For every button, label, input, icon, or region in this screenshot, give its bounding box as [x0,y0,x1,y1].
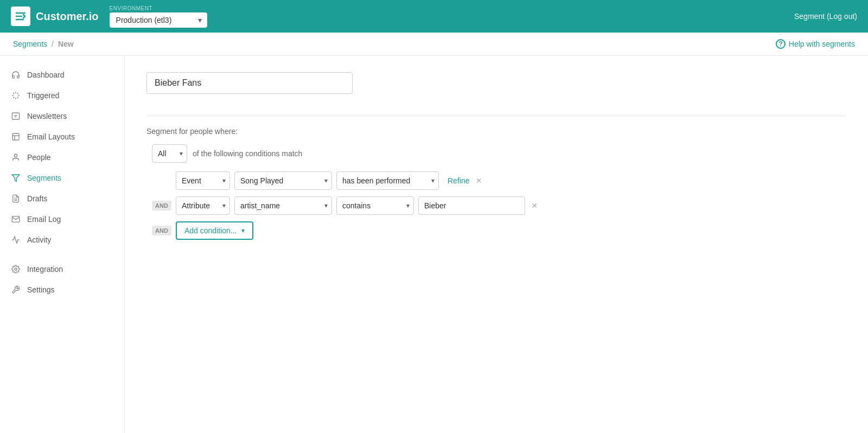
segment-desc: Segment for people where: [146,127,846,136]
main-content: Segment for people where: All Any of the… [125,56,868,433]
breadcrumb-parent[interactable]: Segments [13,40,47,48]
match-suffix-label: of the following conditions match [193,149,302,158]
cond2-attr-name-select[interactable]: artist_name [234,196,332,215]
sidebar-item-drafts[interactable]: Drafts [0,188,124,209]
logout-link[interactable]: Segment (Log out) [794,12,857,21]
divider [146,116,846,116]
env-wrapper: Production (etl3) Staging Development [110,12,207,28]
sidebar-item-dashboard[interactable]: Dashboard [0,65,124,85]
sidebar-label-dashboard: Dashboard [27,71,65,79]
layout-icon [11,132,21,142]
segment-name-input[interactable] [146,72,353,94]
and-badge-add: AND [152,226,171,235]
activity-icon [11,235,21,245]
sidebar-label-email-log: Email Log [27,215,61,224]
svg-point-18 [15,268,17,270]
sidebar-item-integration[interactable]: Integration [0,259,124,279]
sidebar-label-triggered: Triggered [27,91,59,100]
logo-text: Customer.io [36,10,99,23]
condition-row-1: Event Attribute Segment Song Played has … [152,171,846,190]
cond1-event-name-select[interactable]: Song Played [234,171,332,190]
svg-line-2 [13,93,14,94]
sidebar-item-settings[interactable]: Settings [0,279,124,300]
breadcrumb-current: New [58,40,74,48]
svg-line-7 [17,93,18,94]
cond1-operator-select[interactable]: has been performed has not been performe… [336,171,439,190]
sidebar: Dashboard Triggered Newsletters [0,56,125,433]
svg-marker-15 [12,175,19,181]
match-row: All Any of the following conditions matc… [152,144,846,163]
sidebar-label-settings: Settings [27,285,55,294]
draft-icon [11,194,21,203]
cond2-type-wrapper: Attribute Event Segment [176,196,230,215]
email-icon [11,214,21,224]
sidebar-item-email-layouts[interactable]: Email Layouts [0,126,124,147]
env-selector: ENVIRONMENT Production (etl3) Staging De… [110,5,207,28]
condition-row-2: AND Attribute Event Segment artist_name [152,196,846,215]
cond1-refine-link[interactable]: Refine [448,176,469,185]
conditions-block: All Any of the following conditions matc… [146,144,846,240]
cond1-close-button[interactable]: × [474,176,484,186]
cond1-operator-wrapper: has been performed has not been performe… [336,171,439,190]
sidebar-item-people[interactable]: People [0,147,124,168]
sidebar-item-email-log[interactable]: Email Log [0,209,124,230]
cond2-attr-name-wrapper: artist_name [234,196,332,215]
sidebar-label-email-layouts: Email Layouts [27,132,75,141]
sidebar-item-segments[interactable]: Segments [0,168,124,188]
svg-rect-11 [12,133,19,140]
add-condition-row: AND Add condition... ▾ [152,221,846,240]
breadcrumb: Segments / New [13,40,74,48]
help-label: Help with segments [789,40,855,48]
cond1-event-name-wrapper: Song Played [234,171,332,190]
headset-icon [11,70,21,80]
env-label: ENVIRONMENT [110,5,152,11]
breadcrumb-separator: / [52,40,54,48]
sidebar-item-triggered[interactable]: Triggered [0,85,124,106]
sidebar-item-activity[interactable]: Activity [0,230,124,250]
env-dropdown[interactable]: Production (etl3) Staging Development [110,12,207,28]
cond2-type-select[interactable]: Attribute Event Segment [176,196,230,215]
svg-point-14 [14,154,17,157]
svg-rect-8 [12,113,19,119]
add-condition-label: Add condition... [184,226,237,235]
main-layout: Dashboard Triggered Newsletters [0,56,868,433]
logo[interactable]: Customer.io [11,7,99,26]
breadcrumb-bar: Segments / New ? Help with segments [0,33,868,56]
sidebar-label-activity: Activity [27,235,51,244]
cond2-close-button[interactable]: × [529,201,540,211]
sidebar-item-newsletters[interactable]: Newsletters [0,106,124,126]
match-select-wrapper: All Any [152,144,187,163]
add-condition-button[interactable]: Add condition... ▾ [176,221,253,240]
cond1-type-select[interactable]: Event Attribute Segment [176,171,230,190]
svg-line-6 [13,97,14,98]
nav-left: Customer.io ENVIRONMENT Production (etl3… [11,5,207,28]
person-icon [11,152,21,162]
help-link[interactable]: ? Help with segments [776,39,855,49]
sidebar-label-segments: Segments [27,174,61,182]
cond1-type-wrapper: Event Attribute Segment [176,171,230,190]
match-select[interactable]: All Any [152,144,187,163]
sidebar-label-integration: Integration [27,265,63,273]
cond2-operator-wrapper: contains does not contain equals starts … [336,196,414,215]
logo-icon [11,7,30,26]
filter-icon [11,173,21,183]
cond2-value-input[interactable] [418,196,525,215]
wrench-icon [11,285,21,295]
top-nav: Customer.io ENVIRONMENT Production (etl3… [0,0,868,33]
rocket-icon [11,91,21,100]
help-icon: ? [776,39,786,49]
svg-line-3 [17,97,18,98]
newsletter-icon [11,111,21,121]
add-condition-arrow: ▾ [241,227,245,234]
sidebar-label-people: People [27,153,51,162]
and-badge-2: AND [152,201,171,211]
cond2-operator-select[interactable]: contains does not contain equals starts … [336,196,414,215]
gear-icon [11,264,21,274]
sidebar-label-drafts: Drafts [27,194,47,203]
sidebar-label-newsletters: Newsletters [27,112,67,120]
